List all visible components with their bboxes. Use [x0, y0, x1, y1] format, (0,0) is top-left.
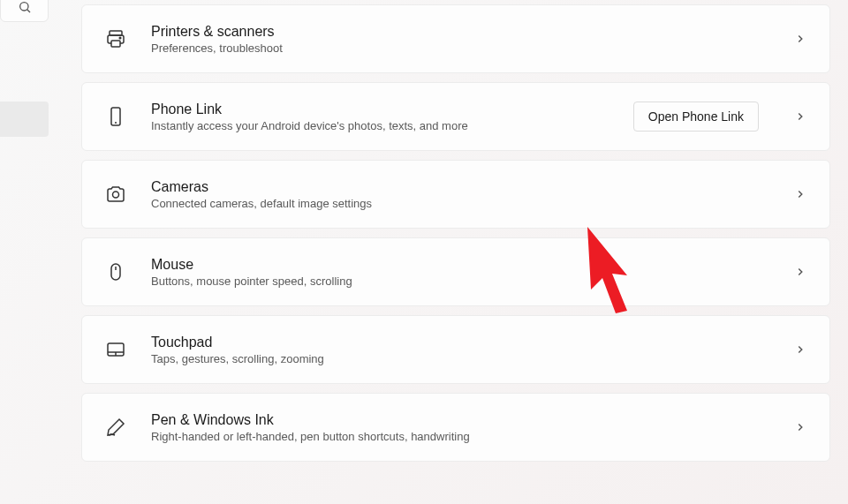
printer-icon [105, 28, 126, 49]
card-desc: Right-handed or left-handed, pen button … [151, 430, 769, 443]
card-content: Phone Link Instantly access your Android… [151, 102, 609, 132]
card-desc: Connected cameras, default image setting… [151, 197, 769, 210]
open-phone-link-button[interactable]: Open Phone Link [633, 102, 759, 132]
card-title: Cameras [151, 179, 769, 195]
card-title: Phone Link [151, 102, 609, 117]
settings-list: Printers & scanners Preferences, trouble… [81, 4, 830, 462]
card-title: Printers & scanners [151, 24, 769, 40]
card-desc: Taps, gestures, scrolling, zooming [151, 352, 769, 365]
card-content: Pen & Windows Ink Right-handed or left-h… [151, 412, 769, 443]
settings-item-pen[interactable]: Pen & Windows Ink Right-handed or left-h… [81, 393, 830, 462]
settings-item-phonelink[interactable]: Phone Link Instantly access your Android… [81, 82, 830, 151]
sidebar-item-selected[interactable] [0, 102, 49, 137]
chevron-right-icon [794, 33, 806, 45]
settings-item-touchpad[interactable]: Touchpad Taps, gestures, scrolling, zoom… [81, 315, 830, 384]
chevron-right-icon [794, 188, 806, 200]
mouse-icon [105, 261, 126, 282]
svg-line-1 [26, 9, 29, 11]
chevron-right-icon [794, 266, 806, 278]
svg-rect-4 [111, 41, 120, 47]
search-icon [18, 0, 32, 14]
svg-point-0 [19, 2, 27, 10]
settings-item-mouse[interactable]: Mouse Buttons, mouse pointer speed, scro… [81, 237, 830, 306]
settings-item-printers[interactable]: Printers & scanners Preferences, trouble… [81, 4, 830, 73]
touchpad-icon [105, 339, 126, 360]
svg-point-8 [113, 192, 119, 198]
chevron-right-icon [794, 343, 806, 356]
card-title: Touchpad [151, 335, 769, 350]
camera-icon [105, 184, 126, 205]
card-title: Pen & Windows Ink [151, 412, 769, 428]
sidebar [0, 0, 53, 504]
card-title: Mouse [151, 257, 769, 273]
card-desc: Preferences, troubleshoot [151, 41, 769, 55]
card-desc: Buttons, mouse pointer speed, scrolling [151, 275, 769, 288]
pen-icon [105, 417, 126, 438]
phone-icon [105, 106, 126, 127]
card-content: Touchpad Taps, gestures, scrolling, zoom… [151, 335, 769, 365]
chevron-right-icon [794, 421, 806, 433]
settings-item-cameras[interactable]: Cameras Connected cameras, default image… [81, 160, 830, 229]
card-content: Printers & scanners Preferences, trouble… [151, 24, 769, 55]
search-button[interactable] [0, 0, 49, 22]
svg-rect-9 [111, 264, 120, 280]
card-content: Mouse Buttons, mouse pointer speed, scro… [151, 257, 769, 288]
chevron-right-icon [794, 110, 806, 123]
svg-point-5 [119, 37, 121, 39]
card-desc: Instantly access your Android device's p… [151, 119, 609, 132]
card-content: Cameras Connected cameras, default image… [151, 179, 769, 210]
